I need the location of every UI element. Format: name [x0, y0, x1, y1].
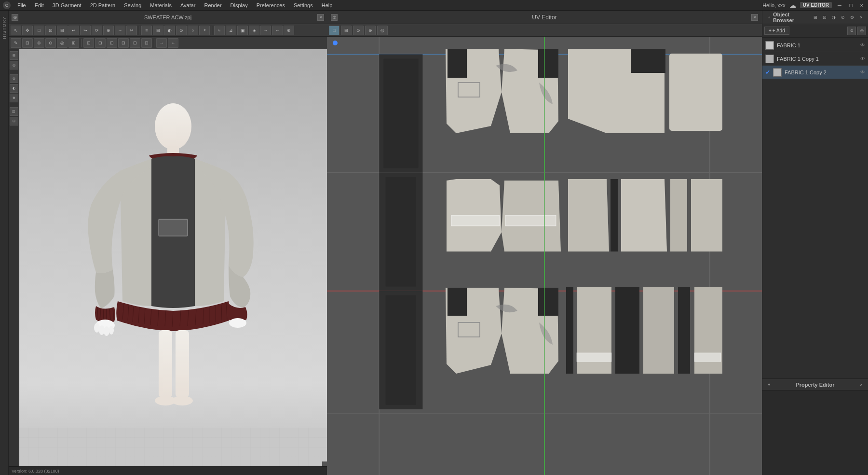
tool-pen[interactable]: ✎ — [11, 38, 21, 48]
uv-tool-4[interactable]: ⊕ — [365, 26, 376, 35]
side-tool-2[interactable]: ◎ — [10, 61, 18, 70]
window-close[interactable]: × — [858, 2, 865, 8]
ob-icon-2[interactable]: ◎ — [857, 27, 866, 35]
tool-seam6[interactable]: ⊡ — [141, 38, 152, 48]
tool-ring[interactable]: ○ — [188, 26, 198, 35]
panel-icon-color[interactable]: ◑ — [830, 14, 838, 21]
fabric-swatch-2 — [765, 55, 774, 63]
svg-rect-31 — [694, 353, 721, 362]
tool-pattern2[interactable]: ⊞ — [153, 26, 163, 35]
menu-edit[interactable]: Edit — [31, 1, 48, 9]
menu-render[interactable]: Render — [201, 1, 226, 9]
panel-icon-gear[interactable]: ⚙ — [848, 14, 856, 21]
fabric-item-3[interactable]: ✓ FABRIC 1 Copy 2 👁 — [762, 66, 868, 79]
tool-angle1[interactable]: → — [156, 38, 167, 48]
menu-display[interactable]: Display — [227, 1, 252, 9]
menu-2d-pattern[interactable]: 2D Pattern — [86, 1, 120, 9]
tool-edit2[interactable]: ⊡ — [22, 38, 33, 48]
uv-tool-2[interactable]: ⊞ — [341, 26, 352, 35]
add-fabric-btn[interactable]: + + Add — [764, 27, 789, 35]
viewport-3d[interactable] — [19, 49, 327, 466]
menu-preferences[interactable]: Preferences — [253, 1, 289, 9]
panel-icon-close[interactable]: × — [857, 14, 865, 21]
viewport-close-btn[interactable]: × — [317, 14, 324, 21]
svg-rect-18 — [451, 215, 500, 226]
menu-help[interactable]: Help — [318, 1, 337, 9]
menu-sewing[interactable]: Sewing — [120, 1, 145, 9]
tool-scale[interactable]: ⊕ — [103, 26, 114, 35]
fabric-item-2[interactable]: FABRIC 1 Copy 1 👁 — [762, 52, 868, 66]
tool-pattern1[interactable]: ≡ — [141, 26, 152, 35]
uv-close-btn[interactable]: × — [751, 14, 758, 21]
tool-arrow2[interactable]: → — [260, 26, 271, 35]
panel-icon-grid[interactable]: ⊞ — [812, 14, 819, 21]
tool-wave[interactable]: ≈ — [214, 26, 225, 35]
uv-tool-5[interactable]: ◎ — [377, 26, 388, 35]
side-tool-1[interactable]: ⊞ — [10, 51, 18, 60]
ob-icon-1[interactable]: ⊙ — [847, 27, 856, 35]
tool-cut[interactable]: ✂ — [126, 26, 137, 35]
menu-3d-garment[interactable]: 3D Garment — [49, 1, 85, 9]
svg-rect-19 — [505, 215, 556, 226]
tool-plus[interactable]: ⊕ — [284, 26, 294, 35]
fabric-visibility-3[interactable]: 👁 — [860, 70, 865, 75]
side-tool-6[interactable]: ◫ — [10, 107, 18, 116]
tool-rotate[interactable]: ⟳ — [92, 26, 102, 35]
menu-materials[interactable]: Materials — [146, 1, 176, 9]
uv-tool-1[interactable]: □ — [329, 26, 339, 35]
resize-handle[interactable] — [322, 461, 327, 466]
fabric-name-2: FABRIC 1 Copy 1 — [777, 56, 857, 62]
tool-move[interactable]: ✥ — [22, 26, 33, 35]
tool-snap[interactable]: ◎ — [57, 38, 68, 48]
uv-viewport[interactable] — [327, 37, 762, 475]
separator-3 — [81, 39, 81, 47]
uv-toolbar: □ ⊞ ⊙ ⊕ ◎ — [327, 24, 762, 37]
fabric-visibility-2[interactable]: 👁 — [860, 56, 865, 61]
menu-avatar[interactable]: Avatar — [176, 1, 200, 9]
tool-crosshair[interactable]: ⌖ — [199, 26, 210, 35]
viewport-pin-btn[interactable]: ◎ — [12, 14, 18, 21]
side-tool-5[interactable]: ⊕ — [10, 94, 18, 102]
window-minimize[interactable]: ─ — [836, 2, 843, 8]
tool-seam5[interactable]: ⊡ — [130, 38, 140, 48]
version-text: Version: 6.0.328 (32100) — [12, 469, 59, 474]
panel-icon-search[interactable]: ⊙ — [839, 14, 847, 21]
side-tool-3[interactable]: ⊙ — [10, 74, 18, 83]
tool-grid2[interactable]: ◈ — [249, 26, 259, 35]
uv-pin-btn[interactable]: ◎ — [331, 14, 338, 21]
tool-seam4[interactable]: ⊡ — [118, 38, 129, 48]
property-editor-expand[interactable]: + — [765, 381, 773, 389]
tool-arrow3[interactable]: ↔ — [272, 26, 283, 35]
panel-expand-btn[interactable]: + — [765, 14, 773, 21]
fabric-item-1[interactable]: FABRIC 1 👁 — [762, 39, 868, 52]
menu-file[interactable]: File — [14, 1, 30, 9]
tool-transform1[interactable]: ⊡ — [45, 26, 56, 35]
left-area: ◎ SWEATER ACW.zpj × ↖ ✥ □ ⊡ ⊟ ↩ ↪ ⟳ ⊕ → … — [9, 11, 327, 475]
tool-box[interactable]: □ — [34, 26, 44, 35]
tool-angle2[interactable]: ↔ — [168, 38, 178, 48]
panel-icon-filter[interactable]: ⊡ — [821, 14, 828, 21]
property-editor-close[interactable]: × — [857, 381, 865, 389]
tool-target[interactable]: ⊙ — [176, 26, 187, 35]
tool-select[interactable]: ↖ — [11, 26, 21, 35]
tool-seam2[interactable]: ⊡ — [95, 38, 106, 48]
tool-measure[interactable]: ⊞ — [68, 38, 79, 48]
tool-magnet[interactable]: ⊕ — [34, 38, 44, 48]
fabric-visibility-1[interactable]: 👁 — [860, 42, 865, 48]
uv-tool-3[interactable]: ⊙ — [353, 26, 364, 35]
tool-redo-local[interactable]: ↪ — [80, 26, 91, 35]
side-tool-7[interactable]: ⊡ — [10, 117, 18, 126]
tool-seam3[interactable]: ⊡ — [107, 38, 117, 48]
tool-circle[interactable]: ◐ — [164, 26, 175, 35]
tool-undo-local[interactable]: ↩ — [68, 26, 79, 35]
tool-node[interactable]: ⊙ — [45, 38, 56, 48]
tool-seam1[interactable]: ⊡ — [83, 38, 94, 48]
tool-transform2[interactable]: ⊟ — [57, 26, 68, 35]
window-maximize[interactable]: □ — [847, 2, 854, 8]
tool-corner[interactable]: ⊿ — [226, 26, 236, 35]
side-tool-4[interactable]: ◐ — [10, 84, 18, 93]
tool-arrow[interactable]: → — [115, 26, 125, 35]
tool-grid1[interactable]: ▣ — [237, 26, 248, 35]
property-editor-title: Property Editor — [773, 382, 857, 388]
menu-settings[interactable]: Settings — [290, 1, 317, 9]
